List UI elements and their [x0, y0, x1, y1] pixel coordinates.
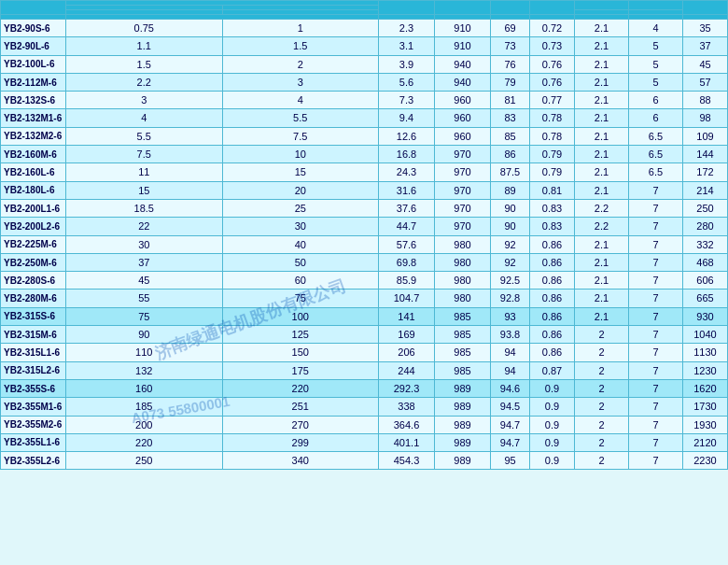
- cell-weight: 1130: [683, 344, 728, 361]
- cell-lc: 7: [629, 290, 683, 307]
- cell-pf: 0.83: [530, 218, 575, 235]
- table-row: YB2-280S-6456085.998092.50.862.17606: [1, 272, 728, 290]
- cell-weight: 2120: [683, 433, 728, 451]
- cell-hp: 270: [222, 416, 379, 433]
- cell-kw: 5.5: [66, 127, 223, 145]
- cell-hp: 5.5: [222, 109, 379, 127]
- cell-kw: 132: [66, 361, 223, 379]
- cell-weight: 1230: [683, 361, 728, 379]
- cell-lt: 2.1: [575, 127, 629, 145]
- header-type-zh: [1, 1, 66, 15]
- cell-current: 24.3: [379, 163, 435, 181]
- cell-type: YB2-200L1-6: [1, 199, 66, 217]
- cell-eff: 90: [491, 199, 530, 217]
- cell-lc: 7: [629, 379, 683, 397]
- cell-type: YB2-90L-6: [1, 37, 66, 55]
- cell-weight: 665: [683, 290, 728, 307]
- cell-lt: 2.1: [575, 290, 629, 307]
- cell-lt: 2: [575, 452, 629, 470]
- cell-type: YB2-315L1-6: [1, 344, 66, 361]
- cell-kw: 45: [66, 272, 223, 290]
- table-row: YB2-200L2-6223044.7970900.832.27280: [1, 218, 728, 235]
- cell-pf: 0.78: [530, 127, 575, 145]
- cell-weight: 1040: [683, 326, 728, 344]
- table-row: YB2-315L2-6132175244985940.87271230: [1, 361, 728, 379]
- cell-current: 44.7: [379, 218, 435, 235]
- cell-eff: 81: [491, 92, 530, 109]
- cell-speed: 980: [435, 253, 491, 271]
- cell-speed: 960: [435, 92, 491, 109]
- cell-kw: 7.5: [66, 146, 223, 163]
- table-row: YB2-160L-6111524.397087.50.792.16.5172: [1, 163, 728, 181]
- cell-lc: 7: [629, 326, 683, 344]
- cell-pf: 0.86: [530, 326, 575, 344]
- cell-type: YB2-355M1-6: [1, 398, 66, 416]
- cell-hp: 100: [222, 307, 379, 325]
- cell-lt: 2: [575, 416, 629, 433]
- cell-eff: 94.5: [491, 398, 530, 416]
- cell-hp: 40: [222, 235, 379, 253]
- cell-type: YB2-315L2-6: [1, 361, 66, 379]
- cell-weight: 930: [683, 307, 728, 325]
- cell-type: YB2-280S-6: [1, 272, 66, 290]
- cell-lc: 4: [629, 20, 683, 37]
- cell-speed: 989: [435, 452, 491, 470]
- cell-lc: 7: [629, 199, 683, 217]
- cell-lc: 7: [629, 398, 683, 416]
- cell-lc: 7: [629, 344, 683, 361]
- table-row: YB2-132S-6347.3960810.772.1688: [1, 92, 728, 109]
- cell-lc: 6.5: [629, 127, 683, 145]
- cell-hp: 50: [222, 253, 379, 271]
- cell-weight: 45: [683, 55, 728, 73]
- header-lt-zh: [575, 1, 629, 10]
- cell-lc: 5: [629, 55, 683, 73]
- cell-pf: 0.86: [530, 344, 575, 361]
- cell-kw: 3: [66, 92, 223, 109]
- cell-weight: 606: [683, 272, 728, 290]
- cell-speed: 985: [435, 361, 491, 379]
- cell-speed: 960: [435, 127, 491, 145]
- cell-eff: 83: [491, 109, 530, 127]
- cell-current: 85.9: [379, 272, 435, 290]
- cell-weight: 332: [683, 235, 728, 253]
- table-row: YB2-200L1-618.52537.6970900.832.27250: [1, 199, 728, 217]
- cell-hp: 220: [222, 379, 379, 397]
- cell-hp: 7.5: [222, 127, 379, 145]
- cell-type: YB2-355L2-6: [1, 452, 66, 470]
- cell-hp: 251: [222, 398, 379, 416]
- cell-pf: 0.83: [530, 199, 575, 217]
- cell-current: 5.6: [379, 73, 435, 91]
- cell-current: 292.3: [379, 379, 435, 397]
- cell-current: 454.3: [379, 452, 435, 470]
- motor-specs-table: YB2-90S-60.7512.3910690.722.1435YB2-90L-…: [0, 0, 728, 470]
- cell-weight: 2230: [683, 452, 728, 470]
- cell-current: 364.6: [379, 416, 435, 433]
- cell-speed: 940: [435, 55, 491, 73]
- cell-kw: 37: [66, 253, 223, 271]
- cell-type: YB2-160L-6: [1, 163, 66, 181]
- cell-weight: 468: [683, 253, 728, 271]
- cell-type: YB2-90S-6: [1, 20, 66, 37]
- cell-type: YB2-225M-6: [1, 235, 66, 253]
- cell-speed: 970: [435, 218, 491, 235]
- cell-lc: 6.5: [629, 163, 683, 181]
- cell-kw: 2.2: [66, 73, 223, 91]
- cell-kw: 18.5: [66, 199, 223, 217]
- table-row: YB2-355L1-6220299401.198994.70.9272120: [1, 433, 728, 451]
- cell-eff: 86: [491, 146, 530, 163]
- cell-hp: 150: [222, 344, 379, 361]
- cell-type: YB2-355M2-6: [1, 416, 66, 433]
- cell-kw: 55: [66, 290, 223, 307]
- cell-lt: 2.1: [575, 163, 629, 181]
- cell-speed: 980: [435, 290, 491, 307]
- table-row: YB2-100L-61.523.9940760.762.1545: [1, 55, 728, 73]
- cell-current: 338: [379, 398, 435, 416]
- cell-hp: 1: [222, 20, 379, 37]
- cell-lt: 2.1: [575, 109, 629, 127]
- cell-type: YB2-355L1-6: [1, 433, 66, 451]
- cell-hp: 175: [222, 361, 379, 379]
- cell-weight: 214: [683, 181, 728, 199]
- table-row: YB2-112M-62.235.6940790.762.1557: [1, 73, 728, 91]
- cell-lc: 7: [629, 416, 683, 433]
- cell-weight: 1730: [683, 398, 728, 416]
